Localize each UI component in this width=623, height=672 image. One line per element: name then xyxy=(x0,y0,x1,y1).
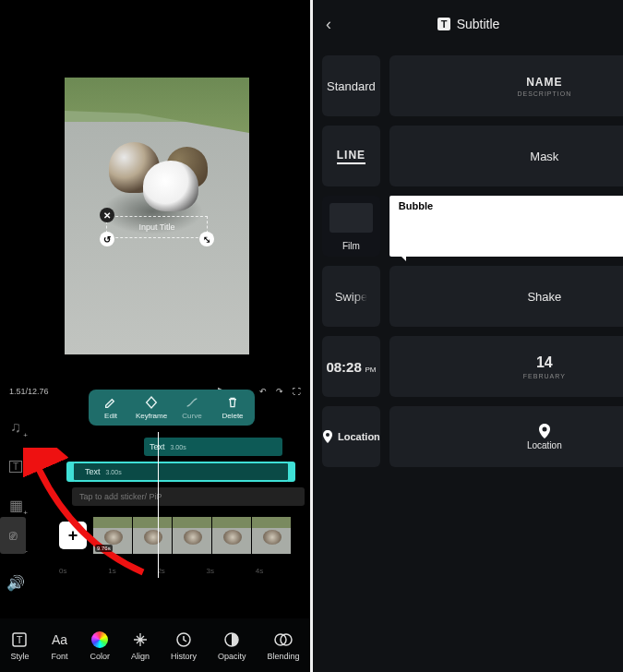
blending-icon xyxy=(274,630,293,649)
style-name[interactable]: NAME DESCRIPTION xyxy=(389,55,623,116)
undo-icon[interactable]: ↶ xyxy=(259,387,267,396)
preview-canvas[interactable]: Input Title ✕ ↺ ⤡ xyxy=(65,78,249,354)
subtitle-header-icon: T xyxy=(437,17,451,31)
add-text-button[interactable]: T+ xyxy=(6,456,26,476)
subtitle-title: Subtitle xyxy=(457,17,500,31)
side-track-tools: ♫+ T+ ▦+ ▤+ 🔊 xyxy=(6,417,26,593)
subtitle-header: ‹ T Subtitle xyxy=(313,0,623,48)
add-clip-button[interactable]: + xyxy=(59,522,87,549)
timeline-ruler: 0s 1s 2s 3s 4s xyxy=(59,567,305,582)
time-current: 1.51 xyxy=(9,387,26,396)
time-total: 12.76 xyxy=(28,387,49,396)
history-button[interactable]: History xyxy=(171,630,197,661)
font-icon: Aa xyxy=(50,630,68,649)
text-track-selected[interactable]: Text 3.00s xyxy=(72,462,290,482)
blending-button[interactable]: Blending xyxy=(267,630,299,661)
text-track-1[interactable]: Text 3.00s xyxy=(144,438,282,456)
ctx-delete-button[interactable]: Delete xyxy=(212,393,253,422)
sticker-track-hint[interactable]: Tap to add sticker/ PiP xyxy=(72,487,305,506)
style-button[interactable]: T Style xyxy=(10,630,29,661)
style-swipe[interactable]: Swipe xyxy=(322,266,380,327)
location-pin-icon xyxy=(322,430,333,443)
svg-text:T: T xyxy=(17,634,23,645)
opacity-icon xyxy=(222,630,241,649)
add-sticker-button[interactable]: ▦+ xyxy=(6,495,26,515)
curve-icon xyxy=(185,395,199,410)
align-icon xyxy=(131,630,150,649)
subtitle-styles-screen: ‹ T Subtitle Standard NAME DESCRIPTION V… xyxy=(313,0,623,672)
edit-icon xyxy=(103,395,118,410)
clip-context-menu: Edit Keyframe Curve Delete xyxy=(89,390,255,426)
clip-thumbnail[interactable] xyxy=(252,517,291,554)
style-mask[interactable]: Mask xyxy=(389,126,623,186)
add-audio-button[interactable]: ♫+ xyxy=(6,417,26,438)
ctx-keyframe-button[interactable]: Keyframe xyxy=(131,393,172,422)
style-day[interactable]: 14 FEBRUARY xyxy=(389,336,623,397)
overlay-scale-handle[interactable]: ⤡ xyxy=(199,232,214,246)
clip-thumbnail[interactable]: 9.76s xyxy=(93,517,132,554)
opacity-button[interactable]: Opacity xyxy=(218,630,246,661)
style-time[interactable]: 08:28 PM xyxy=(322,336,380,397)
color-icon xyxy=(90,630,109,649)
clip-thumbnail[interactable] xyxy=(133,517,172,554)
style-line[interactable]: LINE xyxy=(322,126,380,186)
svg-text:T: T xyxy=(440,18,447,30)
ctx-curve-button[interactable]: Curve xyxy=(172,393,212,422)
style-shake[interactable]: Shake xyxy=(389,266,623,327)
title-overlay-placeholder: Input Title xyxy=(138,222,174,232)
video-editor-screen: Input Title ✕ ↺ ⤡ 1.51 / 12.76 ◂ ▶ ▸ ↶ ↷… xyxy=(0,0,310,672)
font-button[interactable]: Aa Font xyxy=(50,630,68,661)
clip-thumbnail-row: + 9.76s xyxy=(59,517,310,554)
bottom-toolbar: T Style Aa Font Color Align History Opac… xyxy=(0,618,310,672)
location-pin-icon xyxy=(538,424,551,438)
playhead[interactable] xyxy=(158,432,159,578)
extra-clip-button[interactable]: ⎚ xyxy=(0,517,26,554)
svg-point-8 xyxy=(326,433,329,437)
title-overlay-box[interactable]: Input Title ✕ ↺ ⤡ xyxy=(106,216,208,238)
clip-thumbnail[interactable] xyxy=(173,517,211,554)
timeline-tracks: Text 3.00s Text 3.00s xyxy=(59,438,310,487)
subtitle-style-grid: Standard NAME DESCRIPTION VIDEO TITLE LI… xyxy=(313,48,623,474)
ctx-edit-button[interactable]: Edit xyxy=(90,393,131,422)
style-film[interactable]: Film xyxy=(322,196,380,257)
clip-thumbnail[interactable] xyxy=(212,517,251,554)
style-location-2[interactable]: Location xyxy=(389,406,623,467)
fullscreen-icon[interactable]: ⛶ xyxy=(293,387,301,396)
back-button[interactable]: ‹ xyxy=(326,15,331,34)
style-bubble-1[interactable]: Bubble xyxy=(389,196,623,257)
color-button[interactable]: Color xyxy=(90,630,110,661)
style-icon: T xyxy=(10,630,29,649)
style-location-1[interactable]: Location xyxy=(322,406,380,467)
delete-icon xyxy=(225,395,240,410)
redo-icon[interactable]: ↷ xyxy=(276,387,283,396)
overlay-close-handle[interactable]: ✕ xyxy=(100,208,114,222)
align-button[interactable]: Align xyxy=(131,630,150,661)
history-icon xyxy=(174,630,193,649)
keyframe-icon xyxy=(144,395,159,410)
style-standard[interactable]: Standard xyxy=(322,55,380,116)
overlay-rotate-handle[interactable]: ↺ xyxy=(100,232,114,246)
volume-button[interactable]: 🔊 xyxy=(6,572,26,593)
svg-point-9 xyxy=(542,426,546,431)
